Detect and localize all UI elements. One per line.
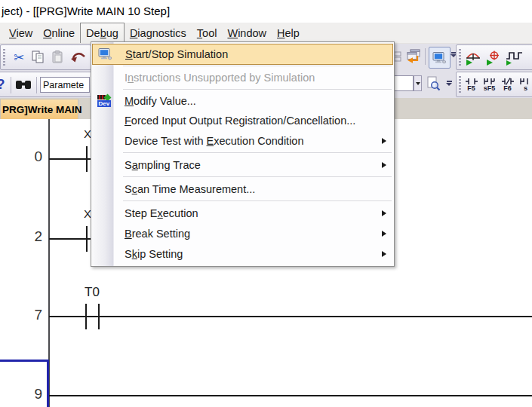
- empty-icon-slot: [95, 70, 113, 85]
- target-icon: [484, 50, 503, 66]
- key-label: s: [524, 85, 527, 92]
- submenu-arrow-icon: [382, 138, 386, 144]
- menubar-label: Diagnostics: [130, 27, 186, 39]
- menu-item-skip-setting[interactable]: Skip Setting: [91, 243, 394, 264]
- contact-bar: [86, 226, 88, 252]
- menubar-label: Online: [43, 27, 75, 39]
- empty-icon-slot: [95, 133, 113, 148]
- copy-button[interactable]: [29, 49, 48, 66]
- partial-glyph-icon: [394, 50, 403, 63]
- menu-item-label: Scan Time Measurement...: [125, 183, 255, 195]
- tab-label: PRG]Write MAIN: [1, 104, 82, 115]
- watch-point-button[interactable]: [484, 48, 503, 66]
- simulation-toggle-button[interactable]: [429, 47, 451, 69]
- device-combobox-dropdown[interactable]: [414, 75, 422, 91]
- menubar-label: Debug: [86, 27, 118, 39]
- paste-button[interactable]: [49, 49, 67, 66]
- submenu-arrow-icon: [382, 162, 386, 168]
- window-title: ject) - [[PRG]Write MAIN 10 Step]: [2, 5, 170, 17]
- menubar-item-diagnostics[interactable]: Diagnostics: [125, 23, 192, 43]
- paste-icon: [51, 50, 65, 64]
- rung-number: 2: [0, 228, 42, 245]
- empty-icon-slot: [95, 206, 113, 221]
- empty-icon-slot: [95, 182, 113, 197]
- closed-contact-f6-button[interactable]: F6: [499, 75, 516, 94]
- menu-item-device-test-execution-condition[interactable]: Device Test with Execution Condition: [91, 130, 394, 151]
- menu-item-forced-io-registration[interactable]: Forced Input Output Registration/Cancell…: [91, 111, 394, 130]
- menubar-item-debug[interactable]: Debug: [80, 23, 125, 43]
- help-button[interactable]: ?: [0, 77, 7, 92]
- closed-branch-sf6-button[interactable]: s: [517, 75, 532, 94]
- trace-arch-icon: [464, 50, 482, 66]
- toolbar-grip[interactable]: [3, 49, 5, 66]
- menu-separator: [123, 152, 392, 153]
- undo-icon: [70, 51, 87, 63]
- menu-item-label: Instructions Unsupported by Simulation: [125, 72, 315, 84]
- menu-separator: [123, 176, 392, 177]
- menu-item-label: Sampling Trace: [125, 159, 201, 171]
- overflow-bar: [447, 81, 452, 82]
- toolbar-group-ladder-symbols: F5 sF5 F6 s: [456, 72, 532, 97]
- empty-icon-slot: [95, 226, 113, 241]
- windows-jump-button[interactable]: [404, 47, 423, 66]
- open-branch-sf5-button[interactable]: sF5: [481, 75, 498, 94]
- menu-item-break-setting[interactable]: Break Setting: [91, 223, 394, 243]
- menu-item-scan-time-measurement[interactable]: Scan Time Measurement...: [91, 179, 394, 199]
- menu-separator: [123, 66, 392, 66]
- menubar-item-online[interactable]: Online: [38, 23, 80, 43]
- empty-icon-slot: [95, 246, 113, 262]
- menu-separator: [123, 89, 392, 90]
- menu-item-sampling-trace[interactable]: Sampling Trace: [91, 155, 394, 175]
- menu-item-start-stop-simulation[interactable]: Start/Stop Simulation: [92, 44, 393, 65]
- copy-icon: [31, 50, 46, 64]
- key-label: sF5: [484, 85, 496, 92]
- rung-number: 0: [0, 148, 42, 165]
- menubar-item-help[interactable]: Help: [272, 23, 305, 43]
- parameter-combobox-value: Paramete: [43, 80, 84, 90]
- toolbar-separator: [36, 77, 37, 93]
- tab-prg-write-main[interactable]: PRG]Write MAIN: [0, 99, 78, 119]
- toolbar-grip[interactable]: [459, 76, 461, 93]
- device-label: T0: [85, 285, 100, 300]
- empty-icon-slot: [95, 113, 113, 128]
- toolbar-overflow-button[interactable]: [445, 81, 453, 86]
- menubar-item-window[interactable]: Window: [222, 23, 272, 43]
- toolbar-group-monitor: [456, 44, 532, 70]
- empty-icon-slot: [95, 158, 113, 173]
- rung-line: [49, 238, 91, 240]
- rung-line: [49, 158, 91, 160]
- key-label: F6: [503, 85, 512, 92]
- debug-menu-popup: Start/Stop Simulation Instructions Unsup…: [91, 41, 395, 267]
- binoculars-icon: [15, 80, 32, 90]
- overflow-chevron-icon: [446, 83, 452, 86]
- device-display-button[interactable]: [424, 75, 442, 93]
- menu-item-step-execution[interactable]: Step Execution: [91, 203, 394, 223]
- menu-separator: [123, 200, 392, 201]
- menu-item-modify-value[interactable]: Dev Modify Value...: [91, 91, 394, 111]
- menu-item-label: Modify Value...: [125, 95, 196, 107]
- open-contact-icon: [465, 78, 478, 85]
- parameter-combobox[interactable]: Paramete: [40, 77, 90, 93]
- toolbar-group-edit: ✂: [0, 44, 91, 70]
- find-button[interactable]: [14, 77, 33, 92]
- contact-bar: [98, 304, 100, 329]
- document-magnifier-icon: [426, 76, 441, 92]
- contact-bar: [85, 304, 87, 329]
- toolbar-grip[interactable]: [459, 49, 461, 66]
- square-wave-icon: [505, 50, 523, 66]
- simulation-monitor-icon: [96, 47, 114, 62]
- open-contact-f5-button[interactable]: F5: [463, 75, 480, 94]
- menubar-item-tool[interactable]: Tool: [192, 23, 223, 43]
- menubar-item-view[interactable]: View: [4, 23, 38, 43]
- waveform-button[interactable]: [504, 48, 524, 66]
- partially-hidden-icon[interactable]: [394, 49, 403, 64]
- sampling-trace-button[interactable]: [463, 48, 483, 66]
- undo-button[interactable]: [69, 49, 88, 66]
- simulation-monitor-icon: [432, 52, 447, 64]
- edit-cursor-box[interactable]: [0, 360, 49, 407]
- branch-contact-icon: [483, 78, 497, 85]
- toolbar-separator: [425, 48, 426, 65]
- menubar-label: Tool: [197, 27, 217, 39]
- cut-button[interactable]: ✂: [10, 49, 28, 66]
- title-bar: ject) - [[PRG]Write MAIN 10 Step]: [0, 0, 532, 23]
